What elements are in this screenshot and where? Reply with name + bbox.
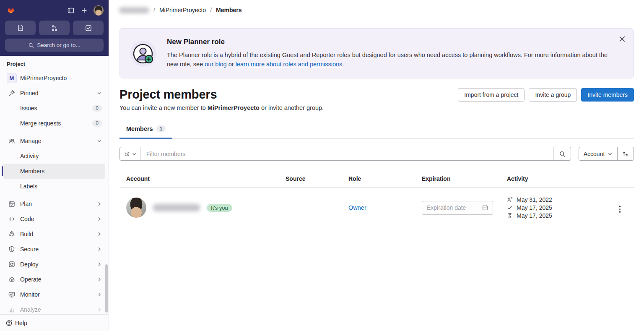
gitlab-logo-icon[interactable]	[5, 5, 17, 16]
sidebar-item-build[interactable]: Build	[3, 227, 105, 242]
its-you-badge: It's you	[207, 204, 232, 212]
search-button[interactable]: Search or go to...	[5, 39, 104, 52]
issues-shortcut-button[interactable]	[5, 21, 36, 35]
check-icon	[507, 205, 513, 211]
merge-requests-count-badge: 0	[92, 120, 102, 127]
filter-members-input[interactable]	[141, 147, 553, 160]
search-icon	[28, 42, 34, 48]
account-cell: It's you	[119, 198, 279, 218]
merge-requests-shortcut-button[interactable]	[39, 21, 70, 35]
sidebar-item-manage[interactable]: Manage	[3, 133, 105, 149]
sidebar-section-label: Project	[3, 61, 105, 67]
sidebar-item-labels[interactable]: Labels	[3, 179, 105, 194]
sidebar-item-members[interactable]: Members	[3, 164, 105, 179]
sidebar-item-activity[interactable]: Activity	[3, 149, 105, 164]
banner-body: The Planner role is a hybrid of the exis…	[167, 50, 611, 69]
merge-request-icon	[51, 25, 58, 31]
history-icon	[124, 151, 130, 157]
sort-by-dropdown[interactable]: Account	[579, 147, 617, 160]
role-link[interactable]: Owner	[348, 204, 366, 211]
planner-avatar-illustration	[130, 40, 157, 67]
activity-access-granted: May 17, 2025	[507, 204, 552, 211]
members-table: Account Source Role Expiration Activity …	[119, 172, 634, 228]
todo-check-icon	[85, 25, 92, 31]
sidebar-menu: Project M MiPrimerProyecto Pinned Issues…	[0, 56, 109, 317]
filter-search-button[interactable]	[553, 147, 571, 160]
issues-count-badge: 0	[92, 105, 102, 112]
activity-last-activity: May 17, 2025	[507, 212, 552, 219]
sort-ascending-icon	[622, 151, 629, 157]
sidebar-item-code[interactable]: Code	[3, 211, 105, 227]
banner-blog-link[interactable]: our blog	[205, 61, 226, 68]
tab-members[interactable]: Members 1	[119, 122, 172, 139]
filter-members-group	[119, 147, 571, 161]
filter-history-dropdown[interactable]	[120, 147, 141, 160]
banner-roles-link[interactable]: learn more about roles and permissions	[236, 61, 343, 68]
close-icon	[619, 36, 625, 42]
chevron-down-icon	[132, 151, 137, 156]
member-name-redacted[interactable]	[153, 204, 200, 211]
chevron-down-icon	[608, 151, 613, 156]
chevron-down-icon	[97, 91, 102, 96]
sidebar-item-plan[interactable]: Plan	[3, 196, 105, 211]
table-header-row: Account Source Role Expiration Activity	[119, 172, 634, 188]
kebab-icon	[619, 206, 621, 207]
members-tabs: Members 1	[119, 122, 634, 139]
role-cell: Owner	[342, 204, 415, 211]
chevron-right-icon	[97, 307, 102, 312]
members-count-badge: 1	[156, 125, 166, 132]
chart-icon	[8, 306, 15, 313]
pin-icon	[8, 90, 15, 96]
user-avatar[interactable]	[93, 5, 104, 16]
sidebar-item-pinned[interactable]: Pinned	[3, 86, 105, 101]
column-header-account: Account	[119, 172, 279, 187]
expiration-cell: Expiration date	[415, 201, 500, 215]
help-icon	[6, 320, 13, 326]
breadcrumb: / MiPrimerProyecto / Members	[109, 0, 644, 20]
breadcrumb-project-link[interactable]: MiPrimerProyecto	[159, 7, 206, 13]
column-header-expiration: Expiration	[415, 172, 500, 187]
project-avatar: M	[7, 73, 17, 83]
column-header-role: Role	[342, 172, 415, 187]
expiration-date-input[interactable]: Expiration date	[422, 201, 493, 215]
banner-close-button[interactable]	[618, 34, 627, 45]
sidebar-header: Search or go to...	[0, 0, 109, 56]
plus-icon	[81, 7, 88, 14]
sidebar-item-secure[interactable]: Secure	[3, 242, 105, 257]
calendar-check-icon	[8, 201, 15, 207]
sidebar-item-monitor[interactable]: Monitor	[3, 287, 105, 302]
shield-icon	[8, 246, 15, 253]
member-actions-kebab-button[interactable]	[616, 204, 624, 214]
member-row: It's you Owner Expiration date	[119, 188, 634, 228]
invite-group-button[interactable]: Invite a group	[529, 88, 577, 102]
import-from-project-button[interactable]: Import from a project	[458, 88, 525, 102]
invite-members-button[interactable]: Invite members	[581, 88, 634, 102]
gitlab-app: Search or go to... Project M MiPrimerPro…	[0, 0, 644, 331]
breadcrumb-namespace-redacted[interactable]	[119, 7, 149, 13]
search-icon	[559, 151, 566, 157]
chevron-right-icon	[97, 277, 102, 282]
sidebar-item-merge-requests[interactable]: Merge requests 0	[3, 116, 105, 131]
chevron-right-icon	[97, 232, 102, 237]
sidebar-scrollbar-thumb[interactable]	[105, 264, 108, 313]
sidebar-toggle-button[interactable]	[67, 6, 75, 15]
create-new-button[interactable]	[80, 6, 88, 15]
sidebar-item-project[interactable]: M MiPrimerProyecto	[3, 70, 105, 86]
issue-document-icon	[17, 25, 24, 31]
hourglass-icon	[507, 213, 513, 219]
sidebar-item-deploy[interactable]: Deploy	[3, 257, 105, 272]
sidebar-item-issues[interactable]: Issues 0	[3, 101, 105, 116]
help-button[interactable]: Help	[0, 314, 108, 331]
member-avatar[interactable]	[126, 198, 146, 218]
search-label: Search or go to...	[37, 42, 80, 48]
todos-shortcut-button[interactable]	[73, 21, 104, 35]
panel-toggle-icon	[68, 7, 74, 14]
sidebar-item-operate[interactable]: Operate	[3, 272, 105, 287]
banner-title: New Planner role	[167, 38, 611, 46]
sort-direction-button[interactable]	[617, 147, 634, 160]
chevron-right-icon	[97, 292, 102, 297]
sidebar: Search or go to... Project M MiPrimerPro…	[0, 0, 109, 331]
column-header-activity: Activity	[500, 172, 634, 187]
column-header-source: Source	[279, 172, 342, 187]
calendar-icon	[482, 205, 488, 211]
